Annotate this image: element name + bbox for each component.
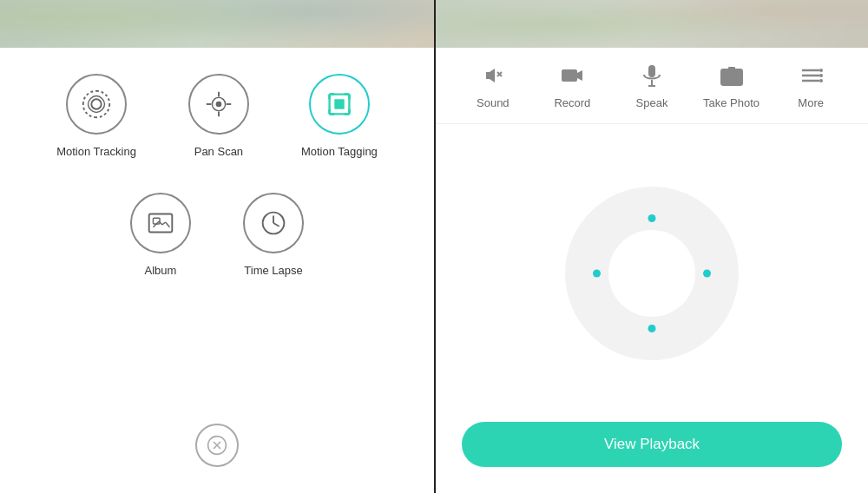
record-button[interactable]: Record xyxy=(542,62,602,109)
svg-line-25 xyxy=(273,223,279,227)
svg-rect-8 xyxy=(334,99,344,108)
grid-row-1: Motion Tracking Pan Scan xyxy=(56,74,378,158)
take-photo-label: Take Photo xyxy=(703,96,760,109)
motion-tagging-label: Motion Tagging xyxy=(301,145,378,158)
more-icon xyxy=(797,62,825,89)
time-lapse-label: Time Lapse xyxy=(244,264,302,277)
toolbar: Sound Record Speak xyxy=(436,48,868,124)
right-panel: Sound Record Speak xyxy=(436,0,868,493)
joystick-inner xyxy=(608,230,695,317)
svg-point-42 xyxy=(819,74,823,77)
speak-icon xyxy=(638,62,666,89)
view-playback-button[interactable]: View Playback xyxy=(462,422,842,467)
motion-tagging-icon-circle xyxy=(309,74,370,135)
pan-scan-icon-circle xyxy=(188,74,249,135)
view-playback-label: View Playback xyxy=(604,436,700,453)
joystick-outer[interactable] xyxy=(565,187,739,360)
record-icon xyxy=(558,62,586,89)
svg-rect-31 xyxy=(562,69,577,82)
motion-tagging-item[interactable]: Motion Tagging xyxy=(301,74,378,158)
svg-line-21 xyxy=(162,222,166,225)
pan-scan-label: Pan Scan xyxy=(194,145,243,158)
pan-scan-item[interactable]: Pan Scan xyxy=(188,74,249,158)
svg-rect-37 xyxy=(728,67,735,70)
speak-label: Speak xyxy=(636,96,668,109)
album-icon-circle xyxy=(130,193,191,253)
time-lapse-icon-circle xyxy=(243,193,304,253)
sound-icon xyxy=(479,62,507,89)
joystick-dot-top xyxy=(648,214,656,222)
grid-row-2: Album Time Lapse xyxy=(130,193,304,277)
take-photo-icon xyxy=(718,62,746,89)
svg-point-41 xyxy=(819,69,823,72)
svg-point-43 xyxy=(819,79,823,82)
sound-button[interactable]: Sound xyxy=(463,62,523,109)
speak-button[interactable]: Speak xyxy=(621,62,682,109)
motion-tracking-item[interactable]: Motion Tracking xyxy=(56,74,136,158)
left-panel: Motion Tracking Pan Scan xyxy=(0,0,434,493)
joystick-area xyxy=(436,124,868,422)
album-label: Album xyxy=(145,264,177,277)
motion-tracking-label: Motion Tracking xyxy=(56,145,136,158)
record-label: Record xyxy=(554,96,590,109)
close-button[interactable] xyxy=(195,424,239,467)
right-header-image xyxy=(436,0,868,48)
joystick-dot-bottom xyxy=(648,325,656,332)
svg-point-36 xyxy=(727,73,736,82)
motion-tracking-icon-circle xyxy=(66,74,127,135)
left-header-image xyxy=(0,0,434,48)
time-lapse-item[interactable]: Time Lapse xyxy=(243,193,304,277)
sound-label: Sound xyxy=(477,96,510,109)
joystick-dot-right xyxy=(703,269,711,277)
album-item[interactable]: Album xyxy=(130,193,191,277)
svg-point-0 xyxy=(91,99,101,108)
svg-line-22 xyxy=(166,222,170,227)
more-label: More xyxy=(798,96,824,109)
take-photo-button[interactable]: Take Photo xyxy=(701,62,762,109)
joystick-dot-left xyxy=(593,269,601,277)
svg-point-2 xyxy=(217,102,221,107)
more-button[interactable]: More xyxy=(780,62,841,109)
svg-rect-32 xyxy=(648,65,655,77)
